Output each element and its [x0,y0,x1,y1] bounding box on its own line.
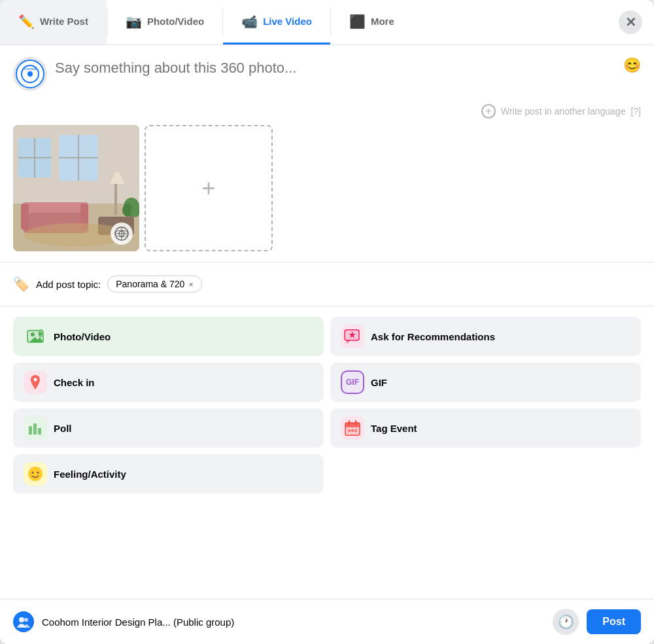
event-icon [341,416,364,440]
avatar: COOHOM [13,57,47,91]
action-recommend-label: Ask for Recommendations [371,331,495,342]
add-photo-button[interactable]: + [145,125,273,251]
divider-1 [0,262,654,262]
svg-point-51 [32,472,34,474]
recommend-icon: ★ [341,325,364,348]
add-language-button[interactable]: + [481,104,496,118]
action-grid: Photo/Video ★ Ask for Recommendations [0,310,654,507]
tab-live-video-label: Live Video [263,16,312,27]
svg-point-30 [31,332,35,336]
feeling-icon [24,462,47,486]
svg-rect-41 [38,428,41,435]
language-text[interactable]: Write post in another language [501,106,625,116]
topic-badge-close[interactable]: × [188,279,194,289]
avatar-inner: COOHOM [16,60,44,88]
write-post-icon: ✏️ [18,14,35,29]
schedule-icon: 🕐 [558,614,574,630]
action-checkin-label: Check in [54,377,95,388]
action-photo-video-label: Photo/Video [54,331,111,342]
svg-rect-44 [345,423,360,427]
action-check-in[interactable]: Check in [13,363,324,402]
svg-rect-47 [348,429,351,432]
topic-badge-text: Panorama & 720 [116,279,184,289]
more-icon: ⬛ [349,14,366,29]
svg-point-50 [28,467,43,481]
svg-rect-13 [21,204,29,230]
photo-video-action-icon [24,325,47,348]
language-row: + Write post in another language [?] [0,104,654,125]
tab-photo-video-label: Photo/Video [147,16,204,27]
add-photo-icon: + [201,175,215,202]
action-poll[interactable]: Poll [13,408,324,448]
action-gif-label: GIF [371,377,387,388]
tab-live-video[interactable]: 📹 Live Video [223,0,330,45]
footer-bar: Coohom Interior Design Pla... (Public gr… [0,599,654,644]
action-feeling[interactable]: Feeling/Activity [13,454,324,493]
svg-rect-49 [354,429,357,432]
tab-photo-video[interactable]: 📷 Photo/Video [107,0,222,45]
svg-point-1 [27,71,33,77]
tab-more-label: More [371,16,394,27]
svg-point-53 [19,617,24,622]
checkin-icon [24,370,47,394]
photo-360-badge [111,223,133,245]
action-photo-video[interactable]: Photo/Video [13,317,324,356]
svg-point-38 [34,378,37,382]
photo-thumbnail[interactable] [13,125,139,251]
svg-rect-40 [33,423,37,435]
tab-more[interactable]: ⬛ More [331,0,413,45]
group-name: Coohom Interior Design Pla... (Public gr… [42,617,545,628]
svg-rect-12 [23,202,88,213]
emoji-button[interactable]: 😊 [623,57,641,74]
post-textarea[interactable] [55,57,641,96]
tab-write-post[interactable]: ✏️ Write Post [0,0,107,45]
poll-icon [24,416,47,440]
create-post-modal: ✏️ Write Post 📷 Photo/Video 📹 Live Video… [0,0,654,644]
svg-point-52 [37,472,39,474]
svg-rect-39 [29,426,32,435]
action-tag-event[interactable]: Tag Event [330,408,641,448]
action-feeling-label: Feeling/Activity [54,469,126,480]
action-tag-event-label: Tag Event [371,423,417,434]
divider-2 [0,306,654,306]
post-input-area: COOHOM 😊 [0,45,654,104]
tabs-bar: ✏️ Write Post 📷 Photo/Video 📹 Live Video… [0,0,654,45]
textarea-wrap: 😊 [55,57,641,99]
post-topic-label: Add post topic: [36,279,101,290]
svg-rect-48 [351,429,354,432]
svg-rect-16 [114,184,117,215]
svg-text:COOHOM: COOHOM [24,67,37,71]
tab-write-post-label: Write Post [40,16,88,27]
language-help: [?] [630,106,641,116]
post-button[interactable]: Post [587,609,641,634]
photo-area: + [0,125,654,258]
gif-icon: GIF [341,370,364,394]
action-poll-label: Poll [54,423,72,434]
close-button[interactable]: ✕ [619,10,642,34]
svg-marker-36 [347,340,351,344]
action-ask-recommendations[interactable]: ★ Ask for Recommendations [330,317,641,356]
post-topic-row: 🏷️ Add post topic: Panorama & 720 × [0,266,654,302]
action-gif[interactable]: GIF GIF [330,363,641,402]
svg-text:★: ★ [349,331,356,340]
avatar-logo: COOHOM [21,65,39,83]
tag-icon: 🏷️ [13,276,29,292]
topic-badge: Panorama & 720 × [107,276,202,293]
live-video-icon: 📹 [241,14,258,29]
photo-video-icon: 📷 [126,14,142,29]
svg-point-54 [24,618,28,622]
schedule-button[interactable]: 🕐 [553,609,579,635]
group-icon [13,611,34,632]
